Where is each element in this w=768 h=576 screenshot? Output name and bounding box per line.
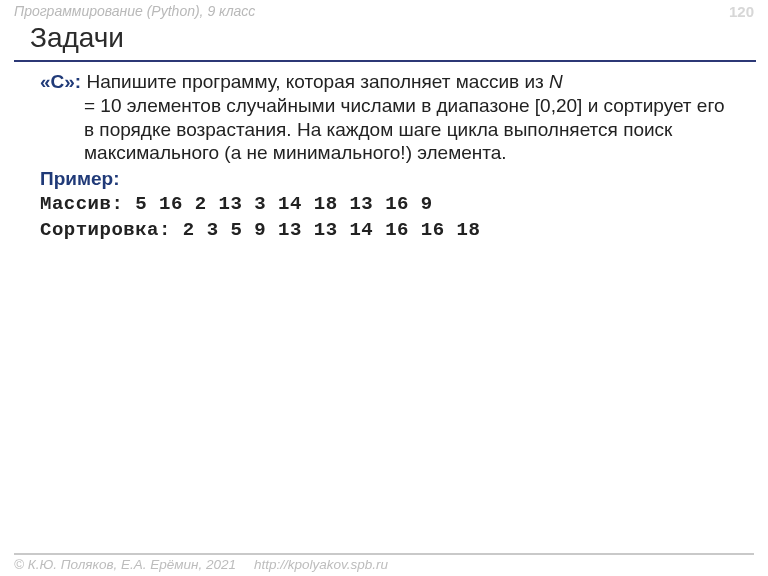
- task-block: «С»: Напишите программу, которая заполня…: [40, 70, 738, 165]
- example-sorted: Сортировка: 2 3 5 9 13 13 14 16 16 18: [40, 219, 738, 243]
- title-row: Задачи: [0, 22, 768, 58]
- task-label: «С»:: [40, 71, 81, 92]
- course-title: Программирование (Python), 9 класс: [14, 3, 255, 19]
- sort-values: 2 3 5 9 13 13 14 16 16 18: [171, 219, 480, 241]
- slide-footer: © К.Ю. Поляков, Е.А. Ерёмин, 2021http://…: [0, 553, 768, 576]
- task-variable-n: N: [549, 71, 563, 92]
- example-array: Массив: 5 16 2 13 3 14 18 13 16 9: [40, 193, 738, 217]
- example-label-text: Пример:: [40, 168, 120, 189]
- sort-label: Сортировка:: [40, 219, 171, 241]
- footer-text: © К.Ю. Поляков, Е.А. Ерёмин, 2021http://…: [14, 557, 754, 572]
- task-text-body: = 10 элементов случайными числами в диап…: [84, 94, 738, 165]
- footer-rule: [14, 553, 754, 555]
- content: «С»: Напишите программу, которая заполня…: [0, 62, 768, 242]
- task-text-start: Напишите программу, которая заполняет ма…: [86, 71, 549, 92]
- page-number: 120: [729, 3, 754, 20]
- footer-copyright: © К.Ю. Поляков, Е.А. Ерёмин, 2021: [14, 557, 236, 572]
- array-values: 5 16 2 13 3 14 18 13 16 9: [123, 193, 432, 215]
- slide-header: Программирование (Python), 9 класс 120: [0, 0, 768, 22]
- footer-url: http://kpolyakov.spb.ru: [254, 557, 388, 572]
- slide: Программирование (Python), 9 класс 120 З…: [0, 0, 768, 576]
- page-title: Задачи: [30, 22, 768, 54]
- example-label: Пример:: [40, 167, 738, 191]
- array-label: Массив:: [40, 193, 123, 215]
